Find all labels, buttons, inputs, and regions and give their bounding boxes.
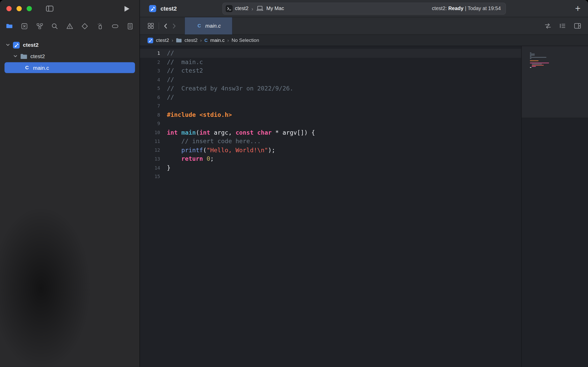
zoom-button[interactable] — [27, 6, 32, 11]
destination-label: My Mac — [266, 6, 284, 11]
test-navigator-icon[interactable] — [80, 21, 90, 31]
jumpbar-group[interactable]: ctest2 — [185, 37, 198, 43]
breakpoint-navigator-icon[interactable] — [110, 21, 120, 31]
minimize-button[interactable] — [17, 6, 22, 11]
code-review-icon[interactable] — [544, 22, 552, 29]
c-file-icon: C — [196, 23, 202, 28]
jumpbar-project[interactable]: ctest2 — [156, 37, 169, 43]
toggle-sidebar-icon[interactable] — [46, 5, 54, 12]
code-line[interactable]: 3// ctest2 — [140, 66, 521, 75]
code-line[interactable]: 1// — [140, 49, 521, 58]
disclosure-chevron-icon[interactable] — [6, 43, 10, 47]
tab-main-c[interactable]: C main.c — [185, 17, 233, 35]
add-editor-icon[interactable] — [574, 22, 581, 29]
code-line[interactable]: 5// Created by 4nsw3r on 2022/9/26. — [140, 84, 521, 93]
jumpbar-selection[interactable]: No Selection — [231, 37, 259, 43]
sidebar-shadow-artifact — [0, 183, 105, 367]
line-number[interactable]: 4 — [140, 77, 160, 82]
folder-icon[interactable] — [176, 38, 182, 43]
main-area: ctest2 ctest2 › My Mac — [140, 0, 588, 367]
project-navigator-icon[interactable] — [4, 21, 14, 31]
adjust-editor-options-icon[interactable] — [559, 22, 566, 29]
code-text: #include <stdio.h> — [167, 111, 232, 118]
code-line[interactable]: 4// — [140, 75, 521, 84]
code-line[interactable]: 10int main(int argc, const char * argv[]… — [140, 128, 521, 137]
code-text: } — [167, 164, 170, 171]
library-add-button[interactable]: + — [574, 4, 582, 13]
code-text: // ctest2 — [167, 67, 203, 74]
tree-row-project[interactable]: ctest2 — [0, 39, 140, 51]
status-state: Ready — [448, 6, 464, 11]
source-control-navigator-icon[interactable] — [20, 21, 29, 31]
line-number[interactable]: 11 — [140, 139, 160, 144]
tab-label: main.c — [205, 23, 221, 29]
activity-view[interactable]: ctest2 › My Mac ctest2: Ready | Today at… — [222, 2, 506, 14]
line-number[interactable]: 7 — [140, 103, 160, 109]
tree-file-label: main.c — [33, 65, 49, 71]
report-navigator-icon[interactable] — [125, 21, 135, 31]
close-button[interactable] — [6, 6, 12, 11]
minimap[interactable] — [521, 46, 588, 367]
code-line[interactable]: 2// main.c — [140, 58, 521, 66]
minimap-lines — [530, 52, 549, 69]
code-lines[interactable]: 1//2// main.c3// ctest24//5// Created by… — [140, 46, 521, 367]
jumpbar-separator: › — [227, 37, 229, 43]
line-number[interactable]: 13 — [140, 156, 160, 162]
project-app-icon[interactable] — [147, 37, 153, 43]
line-number[interactable]: 8 — [140, 112, 160, 118]
line-number[interactable]: 14 — [140, 165, 160, 171]
symbol-navigator-icon[interactable] — [35, 21, 44, 31]
sidebar-toolbar — [0, 0, 140, 17]
code-text: printf("Hello, World!\n"); — [167, 147, 275, 154]
main-toolbar: ctest2 ctest2 › My Mac — [140, 0, 588, 17]
code-line[interactable]: 7 — [140, 102, 521, 110]
run-button[interactable] — [124, 5, 130, 12]
jumpbar-file[interactable]: main.c — [210, 37, 225, 43]
tab-bar: C main.c — [140, 17, 588, 35]
my-mac-icon — [256, 6, 264, 11]
code-line[interactable]: 8#include <stdio.h> — [140, 110, 521, 119]
window-controls — [6, 6, 32, 11]
status-project: ctest2: — [432, 6, 447, 11]
line-number[interactable]: 9 — [140, 121, 160, 126]
status-time: | Today at 19:54 — [465, 6, 501, 11]
line-number[interactable]: 2 — [140, 59, 160, 65]
scheme-destination[interactable]: ctest2 › My Mac — [225, 5, 284, 12]
tree-row-group[interactable]: ctest2 — [0, 51, 140, 62]
c-file-icon: C — [205, 38, 208, 43]
issue-navigator-icon[interactable] — [65, 21, 75, 31]
navigator-bar — [0, 17, 140, 35]
find-navigator-icon[interactable] — [50, 21, 60, 31]
code-line[interactable]: 9 — [140, 119, 521, 128]
jumpbar-separator: › — [200, 37, 202, 43]
line-number[interactable]: 10 — [140, 129, 160, 135]
line-number[interactable]: 1 — [140, 50, 160, 56]
tree-project-label: ctest2 — [23, 42, 39, 48]
project-app-icon — [149, 5, 156, 12]
line-number[interactable]: 12 — [140, 147, 160, 153]
folder-icon — [20, 53, 27, 59]
navigator-sidebar: ctest2 ctest2 C main.c — [0, 0, 140, 367]
line-number[interactable]: 3 — [140, 68, 160, 74]
scheme-terminal-icon — [225, 5, 232, 12]
disclosure-chevron-icon[interactable] — [13, 55, 17, 58]
line-number[interactable]: 5 — [140, 86, 160, 91]
code-text: // main.c — [167, 58, 203, 66]
code-line[interactable]: 13 return 0; — [140, 155, 521, 163]
go-back-icon[interactable] — [163, 23, 167, 29]
tab-overview-icon[interactable] — [147, 22, 154, 29]
code-text: // Created by 4nsw3r on 2022/9/26. — [167, 85, 293, 92]
window-title: ctest2 — [161, 5, 177, 12]
tree-row-file-selected[interactable]: C main.c — [4, 62, 135, 73]
go-forward-icon[interactable] — [172, 23, 176, 29]
code-line[interactable]: 11 // insert code here... — [140, 137, 521, 146]
code-line[interactable]: 12 printf("Hello, World!\n"); — [140, 146, 521, 154]
source-editor: 1//2// main.c3// ctest24//5// Created by… — [140, 46, 588, 367]
code-line[interactable]: 6// — [140, 93, 521, 102]
line-number[interactable]: 6 — [140, 94, 160, 100]
code-line[interactable]: 14} — [140, 163, 521, 172]
code-line[interactable]: 15 — [140, 172, 521, 181]
code-text: return 0; — [167, 155, 214, 163]
line-number[interactable]: 15 — [140, 174, 160, 179]
debug-navigator-icon[interactable] — [95, 21, 105, 31]
